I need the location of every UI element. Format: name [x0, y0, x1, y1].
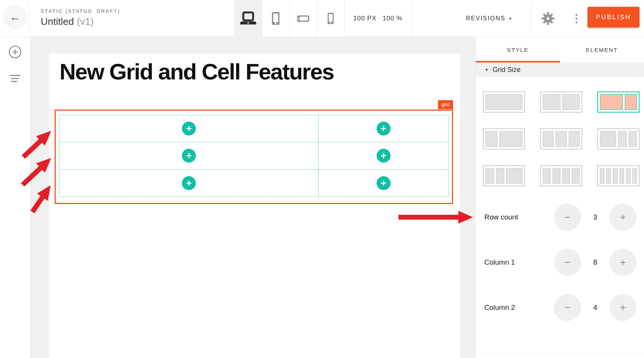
preset-cell [569, 131, 580, 147]
outline-button[interactable] [0, 70, 30, 87]
grid-preset-4[interactable] [483, 128, 525, 149]
kebab-menu-icon [575, 14, 577, 23]
grid-preset-5[interactable] [540, 128, 582, 149]
toolbar-divider [412, 0, 412, 37]
grid-preset-7[interactable] [483, 165, 525, 186]
preset-cell [600, 168, 604, 184]
more-options-button[interactable] [568, 0, 584, 37]
device-phone-button[interactable] [317, 0, 345, 37]
component-type-badge: grid [438, 100, 453, 109]
grid-size-section-header[interactable]: ▾ Grid Size [476, 62, 644, 77]
row-count-decrement-button[interactable]: − [554, 204, 581, 231]
add-element-button[interactable]: + [182, 176, 196, 190]
row-count-increment-button[interactable]: + [609, 204, 636, 231]
grid-preset-6[interactable] [597, 128, 639, 149]
tablet-portrait-icon [267, 10, 284, 27]
page-heading[interactable]: New Grid and Cell Features [60, 59, 334, 85]
gear-icon [541, 12, 555, 25]
column-2-increment-button[interactable]: + [609, 294, 636, 321]
column-1-label: Column 1 [484, 258, 554, 267]
selected-grid-component[interactable]: grid ++++++ [55, 110, 453, 204]
publish-button[interactable]: PUBLISH [588, 7, 639, 27]
status-label: STATIC (STATUS: DRAFT) [41, 8, 120, 14]
column-2-decrement-button[interactable]: − [554, 294, 581, 321]
viewport-size-readout: 100 PX 100 % [353, 0, 403, 37]
add-element-button[interactable]: + [377, 176, 391, 190]
add-element-button[interactable]: + [182, 122, 196, 136]
preset-cell [600, 131, 616, 147]
grid-preset-9[interactable] [597, 165, 639, 186]
preset-cell [613, 168, 617, 184]
preset-cell [600, 94, 623, 110]
column-2-value: 4 [581, 303, 609, 312]
add-element-button[interactable]: + [377, 149, 391, 163]
grid-preset-1[interactable] [483, 91, 525, 113]
column-1-decrement-button[interactable]: − [554, 249, 581, 276]
grid-cell-r1-c2[interactable]: + [319, 115, 448, 142]
preset-cell [572, 168, 580, 184]
toolbar-divider [531, 5, 531, 30]
row-count-label: Row count [484, 213, 554, 221]
tab-style[interactable]: STYLE [476, 37, 560, 62]
add-element-button[interactable]: + [377, 122, 391, 136]
preset-cell [485, 131, 497, 147]
preset-cell [632, 168, 637, 184]
left-toolbar [0, 37, 30, 358]
back-button[interactable]: ← [3, 5, 27, 29]
tab-element[interactable]: ELEMENT [560, 37, 644, 62]
zoom-percent-value: 100 % [383, 15, 403, 22]
preset-cell [552, 168, 560, 184]
add-element-button[interactable]: + [182, 149, 196, 163]
preset-cell [485, 94, 522, 110]
properties-panel: STYLE ELEMENT ▾ Grid Size Row count−3+Co… [475, 37, 644, 358]
panel-tabs: STYLE ELEMENT [476, 37, 644, 62]
grid-cell-r1-c1[interactable]: + [60, 115, 319, 142]
top-toolbar: ← STATIC (STATUS: DRAFT) Untitled(v1) [0, 0, 644, 37]
list-lines-icon [10, 75, 20, 82]
preset-cell [499, 131, 522, 147]
collapse-caret-icon: ▾ [485, 67, 488, 72]
preset-cell [506, 168, 522, 184]
preset-cell [485, 168, 494, 184]
document-title: Untitled(v1) [41, 16, 120, 27]
preset-cell [543, 131, 554, 147]
row-count-value: 3 [581, 213, 609, 221]
document-titles: STATIC (STATUS: DRAFT) Untitled(v1) [41, 8, 120, 27]
back-arrow-icon: ← [9, 11, 21, 23]
device-desktop-button[interactable] [235, 0, 262, 37]
chevron-down-icon: ▾ [509, 16, 512, 21]
grid-cells: ++++++ [59, 115, 449, 197]
page-surface[interactable]: New Grid and Cell Features grid ++++++ [49, 53, 460, 358]
grid-preset-2[interactable] [540, 91, 582, 113]
grid-row-2: ++ [60, 142, 448, 169]
grid-row-1: ++ [60, 115, 448, 142]
preset-cell [562, 168, 570, 184]
grid-cell-r2-c1[interactable]: + [60, 142, 319, 169]
app-window: ← STATIC (STATUS: DRAFT) Untitled(v1) [0, 0, 644, 358]
control-column-1: Column 1−8+ [476, 249, 644, 276]
section-title: Grid Size [493, 66, 520, 74]
preset-cell [626, 168, 630, 184]
revisions-dropdown[interactable]: REVISIONS ▾ [466, 0, 512, 37]
toolbar-divider [29, 5, 29, 30]
plus-circle-icon [8, 45, 22, 59]
viewport-width-value: 100 PX [353, 15, 377, 22]
phone-icon [322, 10, 339, 27]
preset-cell [618, 131, 627, 147]
preset-grid [483, 91, 639, 186]
device-tablet-landscape-button[interactable] [290, 0, 317, 37]
grid-cell-r3-c1[interactable]: + [60, 170, 319, 197]
preset-cell [543, 168, 551, 184]
panel-divider [476, 353, 644, 353]
controls: Row count−3+Column 1−8+Column 2−4+ [476, 204, 644, 339]
column-1-increment-button[interactable]: + [609, 249, 636, 276]
grid-cell-r2-c2[interactable]: + [319, 142, 448, 169]
device-tablet-portrait-button[interactable] [262, 0, 290, 37]
preset-cell [555, 131, 566, 147]
settings-button[interactable] [539, 0, 557, 37]
grid-cell-r3-c2[interactable]: + [319, 170, 448, 197]
grid-preset-3[interactable] [597, 91, 639, 113]
preset-cell [620, 168, 624, 184]
add-content-button[interactable] [0, 44, 30, 60]
grid-preset-8[interactable] [540, 165, 582, 186]
